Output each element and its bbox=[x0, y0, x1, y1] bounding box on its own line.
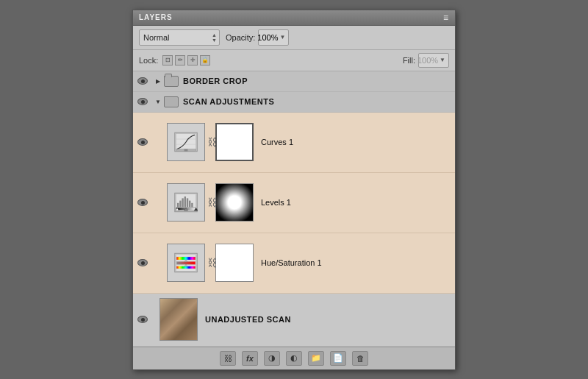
layer-eye-border-crop[interactable] bbox=[133, 77, 152, 85]
levels1-thumb-area: ⛓ Levels 1 bbox=[152, 179, 455, 226]
layer-levels1[interactable]: ⛓ Levels 1 bbox=[133, 173, 455, 233]
panel-title: LAYERS bbox=[139, 13, 173, 21]
visibility-icon-border-crop bbox=[137, 77, 148, 85]
layer-border-crop[interactable]: ▶ BORDER CROP bbox=[133, 71, 455, 92]
lock-move-icon[interactable]: ✛ bbox=[187, 55, 198, 65]
visibility-icon-scan-adj bbox=[137, 98, 148, 105]
layer-eye-levels1[interactable] bbox=[133, 199, 152, 206]
panel-titlebar: LAYERS ≡ bbox=[133, 10, 455, 26]
svg-rect-14 bbox=[191, 203, 193, 208]
blend-mode-arrows: ▲ ▼ bbox=[212, 32, 217, 43]
layer-huesat1[interactable]: ⛓ Hue/Saturation 1 bbox=[133, 233, 455, 294]
huesat1-thumb-area: ⛓ Hue/Saturation 1 bbox=[152, 239, 455, 286]
link-icon-levels1: ⛓ bbox=[205, 196, 215, 208]
fill-arrow: ▼ bbox=[440, 57, 445, 63]
add-adjustment-button[interactable]: ◐ bbox=[286, 351, 302, 366]
unadjusted-scan-thumb bbox=[159, 298, 198, 341]
lock-label: Lock: bbox=[139, 56, 158, 65]
curves1-adj-icon bbox=[167, 123, 205, 161]
huesat1-mask-thumb bbox=[215, 244, 254, 282]
fill-input[interactable]: 100% ▼ bbox=[418, 53, 449, 68]
huesat1-adj-icon bbox=[167, 244, 205, 282]
opacity-arrow: ▼ bbox=[279, 34, 285, 40]
layer-eye-scan-adj[interactable] bbox=[133, 98, 152, 105]
layer-eye-huesat1[interactable] bbox=[133, 259, 152, 266]
layer-expand-scan-adj[interactable]: ▼ bbox=[152, 99, 164, 105]
svg-rect-8 bbox=[177, 203, 179, 208]
huesat-svg bbox=[174, 252, 198, 273]
layer-name-huesat1: Hue/Saturation 1 bbox=[254, 258, 322, 267]
opacity-value: 100% bbox=[257, 33, 278, 42]
layers-list: ▶ BORDER CROP ▼ SCAN ADJUSTMENTS bbox=[133, 71, 455, 347]
blend-mode-dropdown[interactable]: Normal ▲ ▼ bbox=[139, 29, 220, 46]
svg-rect-13 bbox=[189, 201, 190, 208]
svg-rect-9 bbox=[179, 201, 181, 208]
levels-svg bbox=[174, 192, 198, 213]
opacity-label: Opacity: bbox=[226, 33, 255, 42]
panel-toolbar: ⛓ fx ◑ ◐ 📁 📄 🗑 bbox=[133, 347, 455, 369]
curves1-mask-thumb bbox=[215, 123, 254, 161]
link-layers-button[interactable]: ⛓ bbox=[220, 351, 236, 366]
layer-name-border-crop: BORDER CROP bbox=[183, 77, 248, 85]
layer-eye-unadjusted[interactable] bbox=[133, 316, 152, 323]
add-mask-button[interactable]: ◑ bbox=[264, 351, 280, 366]
fx-button[interactable]: fx bbox=[242, 351, 258, 366]
fill-value: 100% bbox=[417, 56, 438, 65]
blend-opacity-row: Normal ▲ ▼ Opacity: 100% ▼ bbox=[133, 26, 455, 50]
layer-name-scan-adj: SCAN ADJUSTMENTS bbox=[183, 97, 274, 106]
layer-scan-adjustments[interactable]: ▼ SCAN ADJUSTMENTS bbox=[133, 92, 455, 113]
svg-rect-10 bbox=[182, 198, 183, 207]
layer-unadjusted-scan[interactable]: UNADJUSTED SCAN bbox=[133, 294, 455, 347]
svg-rect-11 bbox=[184, 196, 186, 207]
layer-name-levels1: Levels 1 bbox=[254, 198, 291, 207]
levels1-mask-thumb bbox=[215, 183, 254, 222]
lock-fill-row: Lock: ⊡ ✏ ✛ 🔒 Fill: 100% ▼ bbox=[133, 50, 455, 71]
visibility-icon-curves1 bbox=[137, 138, 148, 146]
lock-position-icon[interactable]: ⊡ bbox=[162, 55, 173, 65]
curves1-thumb-area: ⛓ Curves 1 bbox=[152, 118, 455, 166]
visibility-icon-levels1 bbox=[137, 199, 148, 206]
lock-all-icon[interactable]: 🔒 bbox=[200, 55, 210, 65]
svg-rect-5 bbox=[184, 149, 188, 152]
visibility-icon-huesat1 bbox=[137, 259, 148, 266]
layer-expand-border-crop[interactable]: ▶ bbox=[152, 78, 164, 85]
layer-name-curves1: Curves 1 bbox=[254, 138, 293, 146]
layer-curves1[interactable]: ⛓ Curves 1 bbox=[133, 113, 455, 173]
folder-icon-border-crop bbox=[164, 76, 179, 87]
new-group-button[interactable]: 📁 bbox=[308, 351, 324, 366]
link-icon-curves1: ⛓ bbox=[205, 136, 215, 148]
fill-label: Fill: bbox=[403, 56, 415, 65]
lock-icons: ⊡ ✏ ✛ 🔒 bbox=[162, 55, 210, 65]
svg-rect-12 bbox=[187, 198, 188, 207]
svg-rect-21 bbox=[176, 257, 196, 260]
layer-eye-curves1[interactable] bbox=[133, 138, 152, 146]
delete-layer-button[interactable]: 🗑 bbox=[352, 351, 368, 366]
opacity-input[interactable]: 100% ▼ bbox=[258, 29, 289, 46]
layer-name-unadjusted: UNADJUSTED SCAN bbox=[205, 315, 291, 324]
visibility-icon-unadjusted bbox=[137, 316, 148, 323]
folder-icon-scan-adj bbox=[164, 96, 179, 107]
svg-rect-22 bbox=[176, 261, 196, 264]
lock-paint-icon[interactable]: ✏ bbox=[175, 55, 185, 65]
panel-titlebar-icons: ≡ bbox=[443, 13, 449, 23]
layers-panel: LAYERS ≡ Normal ▲ ▼ Opacity: 100% ▼ Lock… bbox=[132, 10, 456, 370]
levels1-adj-icon bbox=[167, 183, 205, 222]
new-layer-button[interactable]: 📄 bbox=[330, 351, 346, 366]
panel-menu-icon[interactable]: ≡ bbox=[443, 13, 449, 23]
blend-mode-value: Normal bbox=[143, 33, 169, 42]
svg-rect-23 bbox=[176, 266, 196, 269]
opacity-control: Opacity: 100% ▼ bbox=[226, 29, 289, 46]
curves-svg bbox=[174, 132, 198, 152]
fill-control: Fill: 100% ▼ bbox=[403, 53, 449, 68]
link-icon-huesat1: ⛓ bbox=[205, 257, 215, 269]
